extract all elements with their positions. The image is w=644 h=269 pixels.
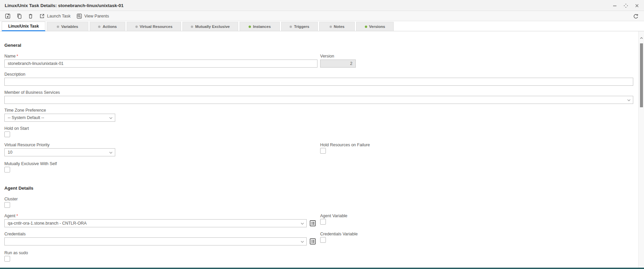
credentials-combobox[interactable] (4, 237, 307, 245)
launch-icon (39, 13, 45, 19)
agent-variable-checkbox[interactable] (320, 219, 326, 225)
hold-resources-on-failure-col: Hold Resources on Failure (320, 143, 370, 154)
launch-task-button[interactable]: Launch Task (37, 12, 73, 21)
version-label: Version (320, 54, 356, 59)
agent-details-list-button[interactable] (309, 220, 316, 227)
tab-label: Instances (253, 25, 271, 29)
agent-variable-col: Agent Variable (320, 214, 347, 225)
tab-variables[interactable]: Variables (47, 22, 88, 31)
credentials-variable-checkbox[interactable] (320, 237, 326, 243)
required-asterisk: * (16, 54, 18, 59)
tab-label: Triggers (294, 25, 309, 29)
task-form: General Name* Version 2 Description Memb… (0, 31, 638, 268)
status-dot-gray-icon (290, 26, 292, 28)
hold-resources-on-failure-checkbox[interactable] (320, 148, 326, 154)
tab-triggers[interactable]: Triggers (281, 22, 318, 31)
tab-notes[interactable]: Notes (319, 22, 355, 31)
status-dot-gray-icon (191, 26, 193, 28)
tab-label: Versions (369, 25, 385, 29)
bottom-edge-strip (0, 268, 644, 269)
vertical-scrollbar (638, 31, 644, 269)
cluster-row: Cluster (4, 197, 633, 208)
cluster-checkbox[interactable] (4, 202, 10, 208)
credentials-variable-label: Credentials Variable (320, 232, 358, 236)
business-services-row: Member of Business Services (4, 90, 633, 104)
save-button[interactable] (3, 12, 12, 21)
member-of-business-services-combobox[interactable] (4, 96, 633, 104)
agent-value: qa-cntlr-ora-1.stone.branch - CNTLR-ORA (8, 221, 87, 226)
toolbar: Launch Task View Parents (0, 11, 644, 21)
credentials-row: Credentials Credentials Variable (4, 232, 633, 245)
hold-on-start-checkbox[interactable] (4, 131, 10, 137)
agent-row: Agent* qa-cntlr-ora-1.stone.branch - CNT… (4, 214, 633, 227)
time-zone-preference-select[interactable]: -- System Default -- (4, 114, 115, 122)
virtual-resource-priority-row: Virtual Resource Priority 10 Hold Resour… (4, 143, 633, 156)
hold-on-start-label: Hold on Start (4, 126, 633, 131)
view-parents-button[interactable]: View Parents (75, 12, 111, 21)
mutually-exclusive-with-self-row: Mutually Exclusive With Self (4, 162, 633, 172)
time-zone-preference-value: -- System Default -- (8, 115, 44, 120)
close-icon[interactable] (634, 3, 640, 9)
time-zone-row: Time Zone Preference -- System Default -… (4, 108, 633, 122)
scroll-up-icon[interactable] (640, 36, 643, 40)
window-title: Linux/Unix Task Details: stonebranch-lin… (5, 3, 124, 8)
status-dot-green-icon (249, 26, 251, 28)
tab-label: Mutually Exclusive (195, 25, 230, 29)
tab-label: Virtual Resources (140, 25, 173, 29)
tab-bar: Linux/Unix Task Variables Actions Virtua… (0, 22, 644, 31)
description-row: Description (4, 72, 633, 86)
chevron-down-icon (627, 99, 631, 102)
status-dot-gray-icon (135, 26, 138, 28)
status-dot-green-icon (365, 26, 367, 28)
view-parents-label: View Parents (84, 14, 109, 18)
agent-combobox[interactable]: qa-cntlr-ora-1.stone.branch - CNTLR-ORA (4, 219, 307, 227)
copy-button[interactable] (14, 12, 24, 21)
list-icon (310, 220, 316, 226)
scrollbar-thumb[interactable] (640, 43, 643, 107)
status-dot-gray-icon (330, 26, 332, 28)
window-controls (612, 0, 640, 11)
version-value: 2 (320, 60, 356, 68)
chevron-down-icon (301, 223, 304, 225)
tab-virtual-resources[interactable]: Virtual Resources (127, 22, 181, 31)
virtual-resource-priority-value: 10 (8, 150, 12, 155)
credentials-details-list-button[interactable] (309, 238, 316, 245)
virtual-resource-priority-select[interactable]: 10 (4, 148, 115, 156)
tab-actions[interactable]: Actions (90, 22, 125, 31)
task-details-window: Linux/Unix Task Details: stonebranch-lin… (0, 0, 644, 269)
agent-variable-label: Agent Variable (320, 214, 347, 218)
run-as-sudo-checkbox[interactable] (4, 256, 10, 262)
section-heading-general: General (4, 43, 633, 48)
titlebar: Linux/Unix Task Details: stonebranch-lin… (0, 0, 644, 11)
mutually-exclusive-with-self-checkbox[interactable] (4, 167, 10, 172)
tab-label: Actions (102, 25, 117, 29)
run-as-sudo-label: Run as sudo (4, 251, 633, 255)
move-resize-icon[interactable] (623, 3, 629, 9)
name-version-row: Name* Version 2 (4, 54, 633, 68)
tab-versions[interactable]: Versions (356, 22, 394, 31)
description-input[interactable] (4, 78, 633, 86)
member-of-business-services-label: Member of Business Services (4, 90, 633, 95)
mutually-exclusive-with-self-label: Mutually Exclusive With Self (4, 162, 633, 166)
status-dot-gray-icon (98, 26, 100, 28)
refresh-icon[interactable] (631, 12, 641, 21)
tab-instances[interactable]: Instances (240, 22, 280, 31)
delete-button[interactable] (26, 12, 35, 21)
cluster-label: Cluster (4, 197, 633, 201)
hold-on-start-row: Hold on Start (4, 126, 633, 137)
credentials-label: Credentials (4, 232, 633, 236)
tab-label: Linux/Unix Task (8, 24, 39, 29)
tab-label: Variables (61, 25, 78, 29)
required-asterisk: * (16, 214, 18, 218)
launch-task-label: Launch Task (47, 14, 71, 18)
name-input[interactable] (4, 60, 317, 68)
tab-linux-unix-task[interactable]: Linux/Unix Task (2, 22, 45, 31)
minimize-icon[interactable] (612, 3, 618, 9)
agent-label: Agent* (4, 214, 633, 218)
tab-mutually-exclusive[interactable]: Mutually Exclusive (182, 22, 238, 31)
chevron-down-icon (109, 117, 113, 119)
list-icon (310, 238, 316, 244)
tab-label: Notes (334, 25, 345, 29)
virtual-resource-priority-label: Virtual Resource Priority (4, 143, 633, 147)
chevron-down-icon (109, 152, 113, 154)
